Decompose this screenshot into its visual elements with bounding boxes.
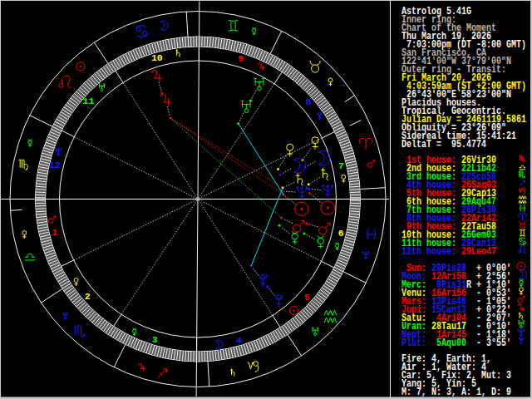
svg-text:5: 5 bbox=[304, 292, 310, 303]
svg-text:1: 1 bbox=[52, 227, 57, 238]
svg-text:6: 6 bbox=[338, 228, 344, 239]
svg-text:4: 4 bbox=[236, 335, 242, 346]
svg-text:11: 11 bbox=[83, 96, 95, 106]
svg-text:9: 9 bbox=[238, 53, 244, 64]
svg-text:3: 3 bbox=[152, 334, 158, 345]
svg-text:7: 7 bbox=[338, 160, 344, 171]
svg-text:2: 2 bbox=[85, 291, 91, 302]
svg-text:8: 8 bbox=[305, 96, 311, 107]
svg-text:10: 10 bbox=[151, 52, 163, 63]
svg-text:12: 12 bbox=[49, 160, 61, 170]
